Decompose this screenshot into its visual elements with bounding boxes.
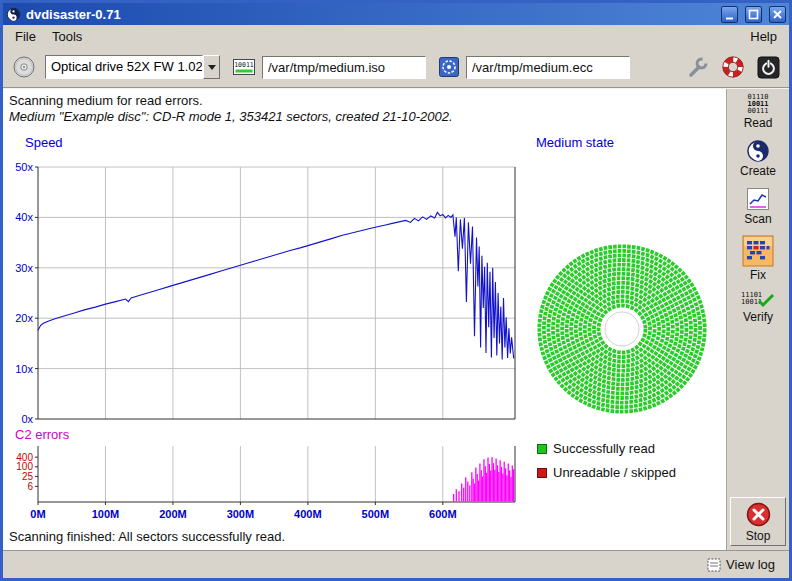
drive-selector[interactable]: Optical drive 52X FW 1.02 [45, 55, 220, 79]
maximize-button[interactable] [745, 6, 762, 23]
drawing-area: Scanning medium for read errors. Medium … [3, 89, 726, 550]
log-icon [707, 558, 721, 572]
svg-text:500M: 500M [362, 508, 390, 520]
legend-swatch-skipped [537, 468, 547, 478]
create-button-label: Create [740, 164, 776, 178]
menu-file[interactable]: File [7, 27, 44, 46]
preferences-button[interactable] [682, 52, 712, 82]
view-log-button[interactable]: View log [701, 556, 781, 573]
fix-bricks-icon [742, 235, 774, 267]
menu-tools[interactable]: Tools [44, 27, 90, 46]
svg-text:20x: 20x [15, 312, 33, 324]
legend-label-skipped: Unreadable / skipped [553, 465, 676, 480]
drive-icon-button[interactable] [9, 52, 39, 82]
legend-swatch-read [537, 444, 547, 454]
svg-text:40x: 40x [15, 211, 33, 223]
stop-button[interactable]: Stop [730, 497, 786, 546]
view-log-label: View log [726, 557, 775, 572]
menu-help[interactable]: Help [742, 27, 785, 46]
verify-button[interactable]: 11101 10011 Verify [730, 291, 786, 324]
ecc-file-icon [438, 56, 460, 78]
quit-button[interactable] [754, 53, 783, 82]
dvdisaster-window: dvdisaster-0.71 File Tools Help Optical … [0, 0, 792, 581]
read-button-label: Read [744, 116, 773, 130]
legend-item-read: Successfully read [537, 441, 655, 456]
verify-button-label: Verify [743, 310, 773, 324]
toolbar: Optical drive 52X FW 1.02 10011 [3, 47, 789, 87]
drive-selector-value: Optical drive 52X FW 1.02 [45, 55, 203, 79]
svg-text:0x: 0x [21, 413, 33, 425]
svg-text:300M: 300M [227, 508, 255, 520]
minimize-button[interactable] [721, 6, 738, 23]
svg-text:100M: 100M [92, 508, 120, 520]
disc-drive-icon [12, 55, 36, 79]
fix-button-label: Fix [750, 268, 766, 282]
lifesaver-icon [721, 55, 745, 79]
verify-check-icon: 11101 10011 [741, 291, 775, 309]
yin-yang-icon [746, 139, 770, 163]
iso-path-input[interactable] [262, 56, 426, 79]
scan-chart-icon [746, 187, 770, 211]
app-icon [6, 7, 21, 22]
iso-icon-binary: 10011 [234, 61, 254, 69]
power-icon [757, 56, 780, 79]
legend-label-read: Successfully read [553, 441, 655, 456]
fix-button[interactable]: Fix [730, 235, 786, 282]
medium-state-disc [533, 240, 711, 418]
svg-text:10x: 10x [15, 363, 33, 375]
menubar: File Tools Help [3, 25, 789, 47]
bottombar: View log [3, 550, 789, 578]
legend-item-skipped: Unreadable / skipped [537, 465, 676, 480]
read-button[interactable]: 01110 10011 00111 Read [730, 94, 786, 130]
action-sidebar: 01110 10011 00111 Read Create [726, 89, 789, 550]
titlebar[interactable]: dvdisaster-0.71 [3, 3, 789, 25]
window-title: dvdisaster-0.71 [26, 7, 714, 22]
chevron-down-icon[interactable] [203, 55, 220, 79]
ecc-path-input[interactable] [466, 56, 630, 79]
close-button[interactable] [769, 6, 786, 23]
create-button[interactable]: Create [730, 139, 786, 178]
svg-text:200M: 200M [159, 508, 187, 520]
svg-text:0M: 0M [30, 508, 45, 520]
read-icon: 01110 10011 00111 [747, 94, 768, 115]
svg-text:30x: 30x [15, 262, 33, 274]
stop-icon [745, 501, 772, 528]
stop-button-label: Stop [746, 529, 771, 543]
scan-button-label: Scan [744, 212, 771, 226]
help-button[interactable] [718, 52, 748, 82]
svg-text:400M: 400M [294, 508, 322, 520]
svg-text:50x: 50x [15, 161, 33, 173]
iso-file-icon: 10011 [232, 57, 256, 77]
scan-button[interactable]: Scan [730, 187, 786, 226]
svg-text:6: 6 [27, 481, 33, 492]
wrench-icon [685, 55, 709, 79]
svg-text:600M: 600M [429, 508, 457, 520]
scan-result-status: Scanning finished: All sectors successfu… [9, 529, 285, 544]
